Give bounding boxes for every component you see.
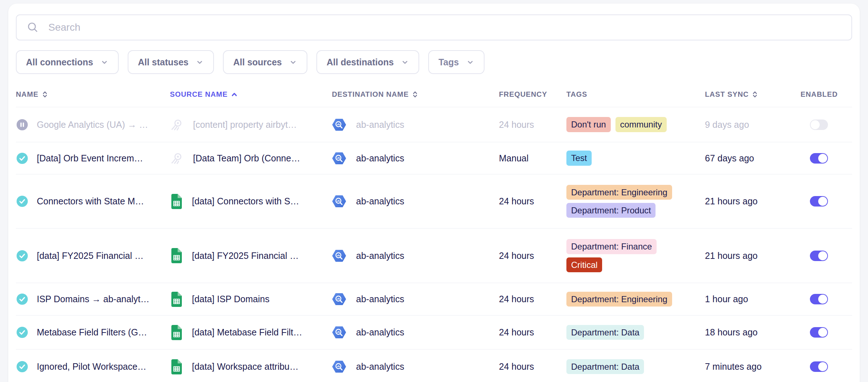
- destination-name: ab-analytics: [356, 361, 404, 372]
- last-sync-value: 7 minutes ago: [705, 361, 762, 372]
- source-connector-icon: [170, 118, 183, 131]
- table-row[interactable]: Metabase Field Filters (G… [data] Metaba…: [16, 316, 852, 350]
- google-sheets-icon: [170, 291, 182, 307]
- connection-name[interactable]: Ignored, Pilot Workspace…: [37, 361, 146, 372]
- last-sync-value: 1 hour ago: [705, 294, 748, 304]
- source-name: [data] FY2025 Financial …: [192, 251, 299, 261]
- column-header-last-sync[interactable]: LAST SYNC: [705, 90, 794, 99]
- filter-connections-label: All connections: [26, 57, 93, 68]
- last-sync-value: 21 hours ago: [705, 251, 758, 261]
- tag-badge: Don't run: [566, 117, 611, 132]
- column-header-name[interactable]: NAME: [16, 90, 170, 99]
- sort-icon: [42, 90, 48, 99]
- enabled-toggle[interactable]: [810, 327, 828, 338]
- enabled-toggle[interactable]: [810, 153, 828, 164]
- sort-icon: [412, 90, 418, 99]
- status-active-icon: [17, 153, 28, 164]
- google-sheets-icon: [170, 359, 182, 375]
- filter-statuses-label: All statuses: [138, 57, 188, 68]
- frequency-value: 24 hours: [499, 251, 534, 261]
- enabled-toggle[interactable]: [810, 251, 828, 261]
- filter-tags-label: Tags: [438, 57, 459, 68]
- google-sheets-icon: [170, 194, 182, 209]
- frequency-value: Manual: [499, 153, 529, 164]
- filter-bar: All connections All statuses All sources…: [16, 50, 852, 74]
- frequency-value: 24 hours: [499, 327, 534, 338]
- status-paused-icon: [17, 119, 28, 130]
- filter-sources-label: All sources: [233, 57, 282, 68]
- last-sync-value: 67 days ago: [705, 153, 754, 164]
- search-input[interactable]: Search: [16, 14, 852, 40]
- table-row[interactable]: Ignored, Pilot Workspace… [data] Workspa…: [16, 350, 852, 382]
- filter-sources-dropdown[interactable]: All sources: [223, 50, 307, 74]
- tag-badge: community: [615, 117, 667, 132]
- bigquery-icon: [332, 249, 346, 262]
- column-header-destination-name[interactable]: DESTINATION NAME: [332, 90, 499, 99]
- chevron-down-icon: [100, 58, 109, 66]
- frequency-value: 24 hours: [499, 120, 534, 130]
- column-header-frequency: FREQUENCY: [499, 90, 566, 99]
- toggle-knob: [818, 295, 827, 304]
- connections-panel: Search All connections All statuses All …: [8, 4, 860, 382]
- source-connector-icon: [170, 152, 183, 165]
- bigquery-icon: [332, 152, 346, 165]
- source-name: [data] ISP Domains: [192, 294, 269, 304]
- column-header-enabled: ENABLED: [794, 90, 852, 99]
- table-row[interactable]: ISP Domains → ab-analyt… [data] ISP Doma…: [16, 283, 852, 316]
- connection-name[interactable]: Connectors with State M…: [37, 196, 144, 207]
- source-name: [Data Team] Orb (Conne…: [193, 153, 300, 164]
- chevron-down-icon: [196, 58, 204, 66]
- table-row[interactable]: [Data] Orb Event Increm… [Data Team] Orb…: [16, 142, 852, 174]
- filter-connections-dropdown[interactable]: All connections: [16, 50, 119, 74]
- tag-badge: Department: Product: [566, 203, 656, 218]
- destination-name: ab-analytics: [356, 196, 404, 207]
- status-active-icon: [17, 196, 28, 207]
- connection-name[interactable]: [data] FY2025 Financial …: [37, 251, 144, 261]
- source-name: [data] Metabase Field Filt…: [192, 327, 302, 338]
- destination-name: ab-analytics: [356, 251, 404, 261]
- search-placeholder: Search: [48, 22, 80, 33]
- search-icon: [27, 21, 39, 34]
- last-sync-value: 9 days ago: [705, 120, 749, 130]
- column-header-tags: TAGS: [566, 90, 705, 99]
- toggle-knob: [818, 328, 827, 337]
- table-header-row: NAME SOURCE NAME DESTINATION NAME FREQUE…: [16, 82, 852, 107]
- sort-ascending-icon: [231, 92, 237, 97]
- enabled-toggle[interactable]: [810, 196, 828, 207]
- enabled-toggle[interactable]: [810, 120, 828, 130]
- connection-name[interactable]: Metabase Field Filters (G…: [37, 327, 147, 338]
- table-row[interactable]: Connectors with State M… [data] Connecto…: [16, 174, 852, 229]
- google-sheets-icon: [170, 248, 182, 264]
- google-sheets-icon: [170, 325, 182, 340]
- bigquery-icon: [332, 293, 346, 305]
- source-name: [content] property airbyt…: [193, 120, 297, 130]
- frequency-value: 24 hours: [499, 294, 534, 304]
- status-active-icon: [17, 250, 28, 261]
- enabled-toggle[interactable]: [810, 361, 828, 372]
- connection-name[interactable]: Google Analytics (UA) → …: [37, 120, 148, 130]
- destination-name: ab-analytics: [356, 153, 404, 164]
- enabled-toggle[interactable]: [810, 294, 828, 304]
- last-sync-value: 21 hours ago: [705, 196, 758, 207]
- destination-name: ab-analytics: [356, 327, 404, 338]
- tag-badge: Department: Finance: [566, 239, 657, 254]
- connection-name[interactable]: [Data] Orb Event Increm…: [37, 153, 143, 164]
- tag-badge: Department: Data: [566, 325, 644, 340]
- chevron-down-icon: [466, 58, 474, 66]
- bigquery-icon: [332, 360, 346, 373]
- bigquery-icon: [332, 118, 346, 131]
- table-row[interactable]: Google Analytics (UA) → … [content] prop…: [16, 107, 852, 142]
- source-name: [data] Workspace attribu…: [192, 361, 299, 372]
- toggle-knob: [818, 154, 827, 163]
- table-row[interactable]: [data] FY2025 Financial … [data] FY2025 …: [16, 229, 852, 283]
- frequency-value: 24 hours: [499, 361, 534, 372]
- connection-name[interactable]: ISP Domains → ab-analyt…: [37, 294, 149, 304]
- filter-statuses-dropdown[interactable]: All statuses: [128, 50, 214, 74]
- bigquery-icon: [332, 195, 346, 208]
- bigquery-icon: [332, 326, 346, 339]
- last-sync-value: 18 hours ago: [705, 327, 758, 338]
- filter-destinations-dropdown[interactable]: All destinations: [316, 50, 419, 74]
- filter-tags-dropdown[interactable]: Tags: [428, 50, 485, 74]
- column-header-source-name[interactable]: SOURCE NAME: [170, 90, 332, 99]
- chevron-down-icon: [401, 58, 409, 66]
